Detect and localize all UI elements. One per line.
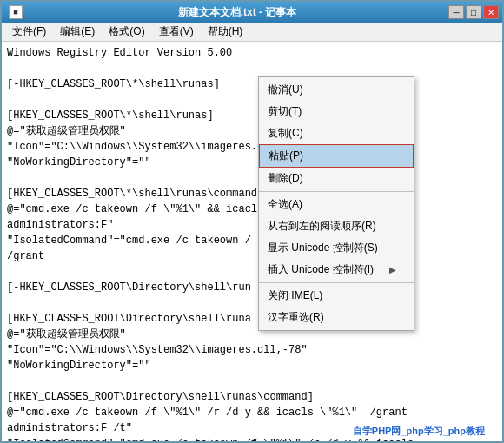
ctx-separator-2 — [259, 282, 414, 283]
editor-container: Windows Registry Editor Version 5.00 [-H… — [2, 42, 502, 441]
menu-view[interactable]: 查看(V) — [152, 23, 201, 41]
menu-help[interactable]: 帮助(H) — [201, 23, 250, 41]
minimize-button[interactable]: ─ — [448, 5, 464, 19]
watermark-text: 自学PHP网_php学习_php教程 — [353, 426, 485, 436]
ctx-close-ime[interactable]: 关闭 IME(L) — [259, 285, 414, 307]
app-icon: ■ — [9, 5, 23, 19]
notepad-window: ■ 新建文本文档.txt - 记事本 ─ □ ✕ 文件(F) 编辑(E) 格式(… — [0, 0, 504, 443]
ctx-paste[interactable]: 粘贴(P) — [259, 144, 414, 168]
title-bar: ■ 新建文本文档.txt - 记事本 ─ □ ✕ — [2, 2, 502, 23]
close-button[interactable]: ✕ — [483, 5, 499, 19]
menu-bar: 文件(F) 编辑(E) 格式(O) 查看(V) 帮助(H) — [2, 23, 502, 42]
menu-format[interactable]: 格式(O) — [102, 23, 151, 41]
window-title: 新建文本文档.txt - 记事本 — [26, 5, 448, 20]
text-editor[interactable]: Windows Registry Editor Version 5.00 [-H… — [2, 42, 502, 441]
watermark: 自学PHP网_php学习_php教程 — [353, 425, 485, 438]
ctx-cut[interactable]: 剪切(T) — [259, 101, 414, 122]
ctx-show-unicode[interactable]: 显示 Unicode 控制符(S) — [259, 237, 414, 259]
ctx-rtl[interactable]: 从右到左的阅读顺序(R) — [259, 215, 414, 237]
ctx-undo[interactable]: 撤消(U) — [259, 79, 414, 101]
window-controls: ─ □ ✕ — [448, 5, 499, 19]
menu-file[interactable]: 文件(F) — [5, 23, 53, 41]
ctx-copy[interactable]: 复制(C) — [259, 122, 414, 144]
ctx-insert-unicode[interactable]: 插入 Unicode 控制符(I) ▶ — [259, 259, 414, 281]
ctx-reconvert[interactable]: 汉字重选(R) — [259, 307, 414, 328]
ctx-separator-1 — [259, 191, 414, 192]
ctx-delete[interactable]: 删除(D) — [259, 168, 414, 189]
menu-edit[interactable]: 编辑(E) — [53, 23, 102, 41]
context-menu: 撤消(U) 剪切(T) 复制(C) 粘贴(P) 删除(D) 全选(A) 从右到左… — [258, 76, 414, 331]
submenu-arrow: ▶ — [389, 265, 396, 274]
ctx-select-all[interactable]: 全选(A) — [259, 194, 414, 215]
maximize-button[interactable]: □ — [466, 5, 481, 19]
